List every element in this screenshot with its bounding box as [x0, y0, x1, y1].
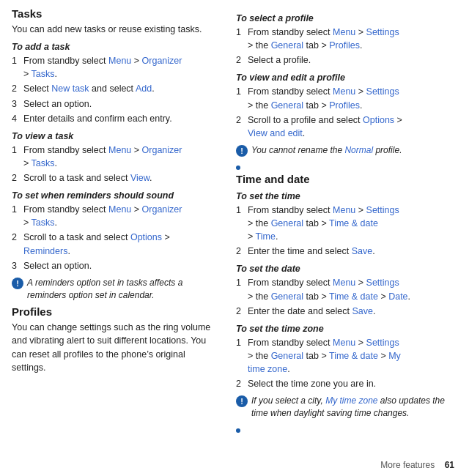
step-item: 1 From standby select Menu > Organizer> …: [12, 144, 218, 170]
link: Profiles: [329, 40, 360, 51]
link: Menu: [108, 145, 131, 155]
profiles-intro: You can change settings such as the ring…: [12, 321, 218, 374]
step-item: 1 From standby select Menu > Organizer> …: [12, 54, 218, 81]
link: Settings: [366, 338, 399, 348]
step-text: Scroll to a task and select Options >Rem…: [23, 231, 218, 257]
link: General: [271, 351, 303, 361]
page: Tasks You can add new tasks or reuse exi…: [0, 0, 469, 476]
link: Menu: [333, 338, 355, 348]
step-text: Select the time zone you are in.: [248, 377, 457, 390]
bullet-dot: [236, 166, 240, 170]
page-number: 61: [445, 460, 454, 470]
step-number: 2: [236, 245, 246, 258]
note-text: You cannot rename the Normal profile.: [251, 144, 402, 157]
reminder-steps: 1 From standby select Menu > Organizer> …: [12, 203, 218, 272]
set-date-title: To set the date: [236, 264, 457, 274]
tasks-note: ! A reminders option set in tasks affect…: [12, 277, 218, 302]
step-text: Enter details and confirm each entry.: [23, 112, 218, 125]
step-number: 1: [236, 85, 246, 98]
link: Settings: [366, 205, 399, 215]
step-text: From standby select Menu > Settings> the…: [248, 204, 457, 243]
set-date-steps: 1 From standby select Menu > Settings> t…: [236, 276, 457, 317]
link: Tasks: [32, 217, 55, 228]
step-text: From standby select Menu > Settings> the…: [248, 26, 457, 52]
step-number: 1: [236, 26, 246, 39]
step-item: 2 Select the time zone you are in.: [236, 377, 457, 390]
link: Options: [130, 232, 162, 242]
note-text: A reminders option set in tasks affects …: [27, 277, 218, 302]
link: Time: [256, 231, 276, 242]
link: Organizer: [142, 56, 182, 66]
view-task-steps: 1 From standby select Menu > Organizer> …: [12, 144, 218, 185]
step-text: From standby select Menu > Organizer> Ta…: [23, 144, 218, 170]
set-time-title: To set the time: [236, 191, 457, 201]
note-text: If you select a city, My time zone also …: [251, 395, 457, 420]
link: Time & date: [329, 218, 378, 228]
note-italic: A reminders option set in tasks affects …: [27, 278, 182, 300]
link: Add: [136, 83, 152, 94]
link: Menu: [333, 27, 355, 37]
link: Time & date: [329, 291, 378, 302]
link: Tasks: [32, 69, 55, 79]
step-number: 3: [12, 259, 22, 272]
step-number: 2: [236, 377, 246, 390]
step-number: 1: [12, 203, 22, 216]
step-number: 2: [236, 53, 246, 67]
step-text: Scroll to a task and select View.: [23, 171, 218, 185]
step-number: 4: [12, 112, 22, 125]
link: General: [271, 40, 303, 51]
time-date-title: Time and date: [236, 173, 457, 185]
step-number: 2: [236, 305, 246, 318]
bullet-dot2: [236, 428, 240, 433]
step-number: 3: [12, 97, 22, 111]
profiles-title: Profiles: [12, 305, 218, 318]
right-column: To select a profile 1 From standby selec…: [227, 0, 469, 476]
link: Normal: [344, 145, 373, 155]
step-item: 2 Scroll to a profile and select Options…: [236, 114, 457, 140]
step-number: 1: [236, 204, 246, 217]
step-item: 2 Scroll to a task and select View.: [12, 171, 218, 185]
link: Save: [352, 246, 373, 256]
step-number: 2: [236, 114, 246, 127]
tasks-title: Tasks: [12, 7, 218, 20]
step-item: 2 Select a profile.: [236, 53, 457, 67]
step-item: 3 Select an option.: [12, 259, 218, 272]
timezone-note-box: ! If you select a city, My time zone als…: [236, 395, 457, 420]
step-text: From standby select Menu > Organizer> Ta…: [23, 203, 218, 229]
step-number: 2: [12, 82, 22, 95]
normal-note-box: ! You cannot rename the Normal profile.: [236, 144, 457, 157]
step-text: From standby select Menu > Settings> the…: [248, 336, 457, 376]
link: Time & date: [329, 351, 378, 361]
link: Settings: [366, 27, 399, 37]
note-icon: !: [12, 278, 23, 289]
step-number: 2: [12, 171, 22, 185]
step-item: 1 From standby select Menu > Settings> t…: [236, 336, 457, 376]
link: New task: [51, 83, 89, 94]
step-item: 1 From standby select Menu > Organizer> …: [12, 203, 218, 229]
step-item: 2 Select New task and select Add.: [12, 82, 218, 95]
note-icon: !: [236, 395, 248, 407]
view-task-title: To view a task: [12, 131, 218, 141]
step-number: 1: [12, 144, 22, 157]
step-text: From standby select Menu > Settings> the…: [248, 276, 457, 302]
step-text: From standby select Menu > Settings> the…: [248, 85, 457, 111]
footer-text: More features: [380, 460, 435, 470]
link: Tasks: [32, 158, 55, 168]
step-text: Enter the date and select Save.: [248, 305, 457, 318]
step-item: 2 Scroll to a task and select Options >R…: [12, 231, 218, 257]
link: Menu: [108, 204, 131, 215]
left-column: Tasks You can add new tasks or reuse exi…: [0, 0, 227, 476]
select-profile-title: To select a profile: [236, 13, 457, 23]
link: Options: [363, 115, 394, 125]
link: Profiles: [329, 100, 360, 111]
note-italic: If you select a city, My time zone also …: [251, 395, 445, 418]
note-italic: You cannot rename the Normal profile.: [251, 145, 402, 155]
step-item: 3 Select an option.: [12, 97, 218, 111]
step-item: 2 Enter the date and select Save.: [236, 305, 457, 318]
link: Date: [388, 291, 407, 302]
step-number: 2: [12, 231, 22, 244]
time-date-section: Time and date To set the time 1 From sta…: [236, 173, 457, 433]
set-time-steps: 1 From standby select Menu > Settings> t…: [236, 204, 457, 259]
step-number: 1: [236, 336, 246, 349]
step-text: Enter the time and select Save.: [248, 245, 457, 258]
